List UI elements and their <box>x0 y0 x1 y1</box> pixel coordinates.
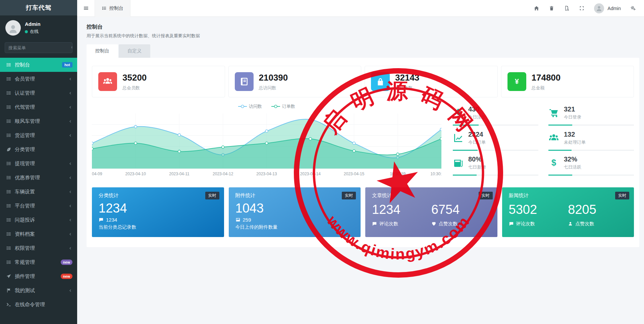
mini-stat-value: 321 <box>564 105 581 113</box>
sidebar-item-7[interactable]: 提现管理 <box>0 156 77 171</box>
stat-box-1: 210390 总访问数 <box>228 66 362 97</box>
tab-console[interactable]: 控制台 <box>87 44 118 58</box>
search-input[interactable] <box>5 43 71 53</box>
stat-icon-wrap <box>98 72 117 91</box>
mini-stat-4: 80% 七日新增 <box>453 152 538 177</box>
svg-text:$: $ <box>551 158 556 167</box>
sidebar-item-8[interactable]: 优惠券管理 <box>0 171 77 185</box>
fullscreen-icon[interactable] <box>579 5 585 11</box>
trash-icon[interactable] <box>549 5 554 11</box>
x-tick-label: 10:30:39 <box>390 172 406 176</box>
mini-progress-bar <box>453 150 538 151</box>
card-big-value: 1234 <box>372 203 431 217</box>
list-icon <box>6 104 11 110</box>
card-sub-value: 1234 <box>106 217 117 223</box>
legend-item-0[interactable]: 访问数 <box>238 103 262 109</box>
search-button[interactable] <box>71 43 72 53</box>
sidebar-item-13[interactable]: 权限管理 <box>0 241 77 255</box>
card-col-label: 评论次数 <box>379 221 398 227</box>
mini-stat-label: 未处理订单 <box>564 139 586 145</box>
user-panel: Admin 在线 <box>0 15 77 39</box>
content: 控制台 用于展示当前系统中的统计数据、统计报表及重要实时数据 控制台 自定义 3… <box>77 17 644 324</box>
chart-x-axis: 04-092023-04-102023-04-112023-04-122023-… <box>92 171 441 177</box>
sidebar-item-2[interactable]: 认证管理 <box>0 86 77 100</box>
sidebar-item-4[interactable]: 顺风车管理 <box>0 114 77 128</box>
sidebar-item-label: 车辆设置 <box>15 189 65 195</box>
legend-item-1[interactable]: 订单数 <box>271 103 295 109</box>
card-col-label: 点赞次数 <box>575 221 594 227</box>
mini-stat-value: 2324 <box>468 131 486 138</box>
book-icon <box>239 77 249 87</box>
avatar <box>594 3 604 13</box>
stat-value: 210390 <box>259 73 288 83</box>
mini-stat-label: 今日登录 <box>564 114 581 120</box>
summary-card-1: 附件统计 实时 1043 259 今日上传的附件数量 <box>229 187 361 237</box>
summary-card-0: 分类统计 实时 1234 1234 当前分类总记录数 <box>92 187 224 237</box>
dollar-icon: $ <box>548 157 559 168</box>
list-icon <box>6 260 11 265</box>
card-big-value: 5302 <box>509 203 568 217</box>
terminal-icon <box>6 302 11 307</box>
yen-icon: ¥ <box>512 77 522 87</box>
sidebar-item-15[interactable]: 插件管理 new <box>0 269 77 283</box>
sidebar-item-1[interactable]: 会员管理 <box>0 72 77 86</box>
sidebar-item-11[interactable]: 问题投诉 <box>0 213 77 227</box>
sidebar-item-16[interactable]: 我的测试 <box>0 283 77 297</box>
sidebar-item-label: 顺风车管理 <box>15 118 65 125</box>
sidebar-item-12[interactable]: 资料档案 <box>0 227 77 241</box>
sidebar-item-label: 货运管理 <box>15 132 65 139</box>
list-icon <box>6 217 11 223</box>
sidebar-item-3[interactable]: 代驾管理 <box>0 100 77 114</box>
sidebar-item-label: 提现管理 <box>15 160 65 167</box>
sidebar-item-label: 控制台 <box>15 62 59 68</box>
sidebar-toggle-button[interactable] <box>77 0 95 17</box>
sidebar-item-17[interactable]: 在线命令管理 <box>0 297 77 312</box>
realtime-badge: 实时 <box>342 192 356 199</box>
settings-gears-icon[interactable] <box>630 5 636 11</box>
sidebar-item-0[interactable]: 控制台 hot <box>0 58 77 72</box>
sidebar-menu: 控制台 hot 会员管理 认证管理 代驾管理 顺风车管理 货运管理 分类管理 <box>0 58 77 312</box>
sidebar-item-10[interactable]: 平台管理 <box>0 199 77 213</box>
stat-label: 总订单数 <box>395 85 419 91</box>
sidebar-item-5[interactable]: 货运管理 <box>0 128 77 142</box>
online-dot-icon <box>25 30 28 33</box>
card-col-label: 点赞次数 <box>439 221 458 227</box>
tab-custom[interactable]: 自定义 <box>119 44 150 58</box>
card-title: 新闻统计 <box>509 192 628 199</box>
card-title: 分类统计 <box>99 192 217 199</box>
mini-progress-bar <box>453 125 538 126</box>
mini-stat-value: 132 <box>564 131 586 138</box>
mini-stat-2: 2324 今日订单 <box>453 127 538 152</box>
sidebar-item-label: 优惠券管理 <box>15 175 65 181</box>
mini-stat-label: 七日活跃 <box>564 164 581 170</box>
menu-badge: hot <box>62 62 72 67</box>
card-col-label: 评论次数 <box>516 221 535 227</box>
topbar-tab-console[interactable]: 控制台 <box>95 0 130 17</box>
clear-cache-icon[interactable] <box>564 5 570 11</box>
stats-row: 35200 总会员数 210390 总访问数 32143 总订单数 ¥ 1748… <box>92 66 634 97</box>
sidebar-item-14[interactable]: 常规管理 new <box>0 255 77 269</box>
comment-icon <box>372 221 377 226</box>
main: 控制台 Admin 控制台 用于展示当前系统中的统计数据、统计报表及重要实 <box>77 0 644 324</box>
sidebar-item-label: 代驾管理 <box>15 104 65 110</box>
chevleft-icon <box>68 288 72 293</box>
mini-progress-bar <box>548 150 634 151</box>
stat-icon-wrap: ¥ <box>507 72 526 91</box>
sidebar-item-9[interactable]: 车辆设置 <box>0 185 77 199</box>
sidebar-item-6[interactable]: 分类管理 <box>0 142 77 156</box>
home-icon[interactable] <box>534 5 539 11</box>
legend-marker-icon <box>238 104 247 108</box>
menu-badge: new <box>61 260 72 265</box>
mini-stat-label: 今日注册 <box>468 114 486 120</box>
topbar-user[interactable]: Admin <box>594 3 621 13</box>
list-icon <box>6 203 11 209</box>
users-icon <box>548 133 559 143</box>
stat-icon-wrap <box>235 72 254 91</box>
chevleft-icon <box>68 77 72 81</box>
card-caption: 当前分类总记录数 <box>99 224 217 230</box>
chevleft-icon <box>68 119 72 124</box>
plane-icon <box>6 274 11 279</box>
person-icon <box>568 221 573 226</box>
topbar-user-name: Admin <box>607 6 621 11</box>
heart-icon <box>431 221 436 226</box>
